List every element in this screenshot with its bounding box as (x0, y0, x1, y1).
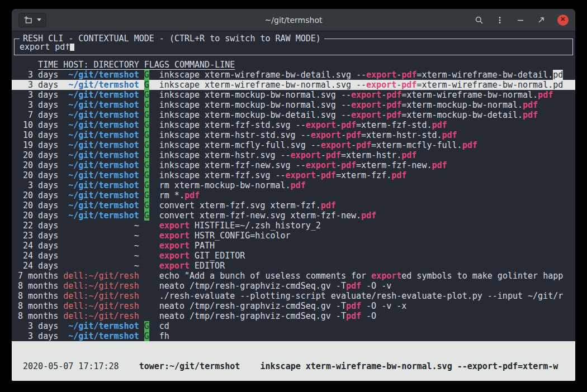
row-host-directory: dell:~/git/resh (63, 301, 139, 311)
row-flags: G (144, 140, 149, 150)
history-row[interactable]: 3 days~/git/termshotGinkscape xterm-wire… (12, 70, 575, 80)
history-row[interactable]: 20 days~/git/termshotGconvert xterm-fzf-… (12, 211, 575, 221)
history-row[interactable]: 3 days~/git/termshotGrm xterm-mockup-bw-… (12, 180, 575, 190)
row-command: inkscape xterm-fzf-new.svg --export-pdf=… (159, 160, 447, 170)
terminal-content: RESH CLI - CONTEXTUAL MODE - (CTRL+R to … (12, 39, 575, 381)
row-command: export EDITOR (159, 261, 225, 271)
history-row[interactable]: 8 monthsdell:~/git/resh neato /tmp/resh-… (12, 281, 575, 291)
history-row[interactable]: 3 days~/git/termshotGcd (12, 321, 575, 331)
row-time: 8 months (18, 301, 58, 311)
history-row[interactable]: 20 days~/git/termshotGinkscape xterm-fzf… (12, 160, 575, 170)
row-time: 19 days (18, 140, 58, 150)
terminal-window: ~/git/termshot (12, 9, 575, 381)
history-row[interactable]: 7 monthsdell:~/git/resh echo "Add a bunc… (12, 271, 575, 281)
row-command: ./resh-evaluate --plotting-script evalua… (159, 291, 563, 301)
history-row[interactable]: 8 monthsdell:~/git/resh neato /tmp/resh-… (12, 301, 575, 311)
row-host-directory: ~/git/termshot (63, 211, 139, 221)
row-flags: G (144, 120, 149, 130)
row-flags: G (144, 211, 149, 221)
history-row[interactable]: 22 days~ export HISTFILE=~/.zsh_history_… (12, 221, 575, 231)
row-command: inkscape xterm-hstr-std.svg --export-pdf… (159, 130, 457, 140)
row-flags: G (144, 321, 149, 331)
history-row[interactable]: 8 monthsdell:~/git/resh neato /tmp/resh-… (12, 311, 575, 321)
minimize-button[interactable] (516, 16, 525, 25)
row-flags (144, 311, 149, 321)
truncation-marker: pd (553, 70, 563, 80)
row-time: 22 days (18, 221, 58, 231)
row-time: 10 days (18, 120, 58, 130)
row-flags: G (144, 100, 149, 110)
history-row[interactable]: 20 days~/git/termshotGinkscape xterm-fzf… (12, 170, 575, 180)
row-host-directory: ~/git/termshot (63, 130, 139, 140)
row-command: export GIT_EDITOR (159, 251, 245, 261)
history-row[interactable]: 20 days~/git/termshotGconvert xterm-fzf.… (12, 200, 575, 211)
row-time: 20 days (18, 211, 58, 221)
row-flags (144, 281, 149, 291)
row-host-directory: ~/git/termshot (63, 190, 139, 200)
row-command: export HSTR_CONFIG=hicolor (159, 231, 291, 241)
history-row[interactable]: 8 monthsdell:~/git/resh ./resh-evaluate … (12, 291, 575, 301)
history-row[interactable]: 10 days~/git/termshotGinkscape xterm-fzf… (12, 120, 575, 130)
history-row[interactable]: 23 days~ export HSTR_CONFIG=hicolor (12, 231, 575, 241)
row-command: inkscape xterm-wireframe-bw-normal.svg -… (159, 80, 563, 90)
row-command: inkscape xterm-wireframe-bw-detail.svg -… (159, 70, 563, 80)
row-command: inkscape xterm-fzf-std.svg --export-pdf=… (159, 120, 447, 130)
titlebar: ~/git/termshot (12, 9, 575, 31)
row-host-directory: ~/git/termshot (63, 140, 139, 150)
menu-button[interactable] (495, 16, 504, 25)
row-host-directory: ~/git/termshot (63, 321, 139, 331)
row-command: neato /tmp/resh-graphviz-cmdSeq.gv -Tpdf… (159, 281, 391, 291)
row-flags (144, 251, 149, 261)
row-time: 20 days (18, 150, 58, 160)
kebab-menu-icon (495, 16, 504, 25)
row-time: 8 months (18, 281, 58, 291)
truncation-marker: pd (553, 80, 563, 90)
history-row[interactable]: 7 days~/git/termshotGinkscape xterm-mock… (12, 110, 575, 120)
search-button[interactable] (475, 16, 484, 25)
history-row[interactable]: 24 days~ export PATH (12, 241, 575, 251)
new-tab-button[interactable] (18, 13, 46, 27)
row-time: 7 months (18, 271, 58, 281)
row-host-directory: dell:~/git/resh (63, 291, 139, 301)
history-row[interactable]: 19 days~/git/termshotGinkscape xterm-mcf… (12, 140, 575, 150)
row-host-directory: ~/git/termshot (63, 120, 139, 130)
row-command: convert xterm-fzf-new.svg xterm-fzf-new.… (159, 211, 376, 221)
row-host-directory: dell:~/git/resh (63, 281, 139, 291)
row-flags: G (144, 160, 149, 170)
row-command: echo "Add a bunch of useless comments fo… (159, 271, 563, 281)
history-row[interactable]: 20 days~/git/termshotGinkscape xterm-hst… (12, 150, 575, 160)
history-row[interactable]: 24 days~ export EDITOR (12, 261, 575, 271)
history-header: TIME HOST: DIRECTORY FLAGS COMMAND-LINE (12, 60, 575, 70)
search-frame[interactable]: RESH CLI - CONTEXTUAL MODE - (CTRL+R to … (14, 39, 573, 55)
row-flags: G (144, 331, 149, 341)
restore-button[interactable] (537, 16, 546, 25)
row-flags: G (144, 170, 149, 180)
history-row[interactable]: 24 days~ export GIT_EDITOR (12, 251, 575, 261)
row-flags (144, 261, 149, 271)
row-time: 3 days (18, 180, 58, 190)
row-command: cd (159, 321, 169, 331)
row-flags: G (144, 200, 149, 211)
row-command: convert xterm-fzf.svg xterm-fzf.pdf (159, 200, 336, 211)
row-command: neato /tmp/resh-graphviz-cmdSeq.gv -Tpdf… (159, 301, 407, 311)
row-host-directory: ~/git/termshot (63, 150, 139, 160)
row-time: 20 days (18, 200, 58, 211)
row-host-directory: ~ (63, 241, 139, 251)
row-host-directory: ~ (63, 261, 139, 271)
row-flags (144, 241, 149, 251)
row-flags (144, 301, 149, 311)
history-row[interactable]: 3 days~/git/termshotGinkscape xterm-mock… (12, 90, 575, 100)
history-row[interactable]: 3 days~/git/termshotGinkscape xterm-mock… (12, 100, 575, 110)
history-row[interactable]: 10 days~/git/termshotGinkscape xterm-hst… (12, 130, 575, 140)
history-row[interactable]: 3 days~/git/termshotGfh (12, 331, 575, 341)
history-row[interactable]: 20 days~/git/termshotGrm *.pdf (12, 190, 575, 200)
row-time: 3 days (18, 90, 58, 100)
row-time: 8 months (18, 311, 58, 321)
new-tab-icon (23, 16, 32, 25)
chevron-down-icon (37, 18, 41, 21)
history-row-selected[interactable]: 3 days~/git/termshotGinkscape xterm-wire… (12, 80, 575, 90)
row-command: rm *.pdf (159, 190, 200, 200)
row-host-directory: ~/git/termshot (63, 180, 139, 190)
row-time: 24 days (18, 261, 58, 271)
close-button[interactable] (557, 15, 569, 26)
